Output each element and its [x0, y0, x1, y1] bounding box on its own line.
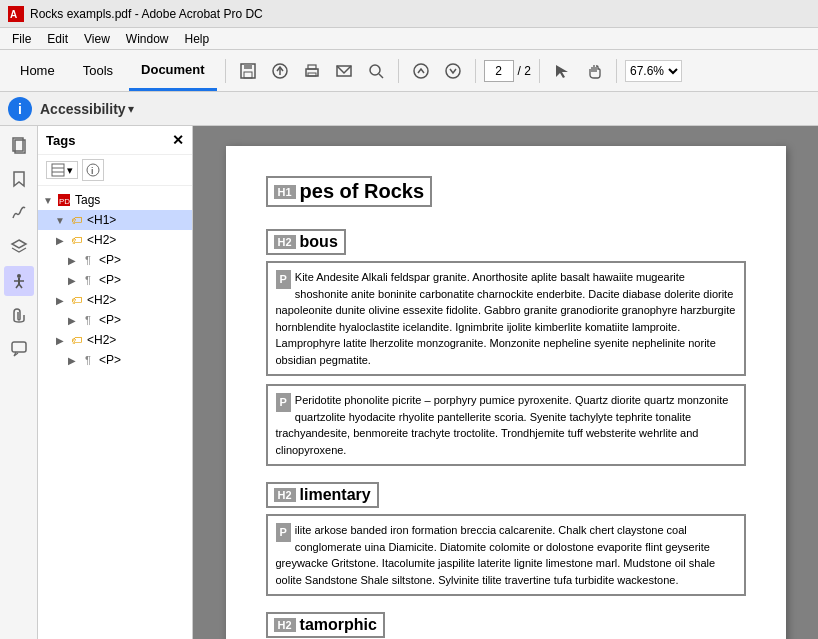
- tab-home[interactable]: Home: [8, 50, 67, 91]
- print-button[interactable]: [298, 57, 326, 85]
- svg-point-14: [446, 64, 460, 78]
- tree-h2-2[interactable]: ▶ 🏷 <H2>: [38, 290, 192, 310]
- section1: H2 bous P Kite Andesite Alkali feldspar …: [266, 229, 746, 466]
- tab-document[interactable]: Document: [129, 50, 217, 91]
- doc-h2-1-tag: H2: [274, 235, 296, 249]
- tree-expand-root[interactable]: ▼: [42, 194, 54, 206]
- tree-p-3[interactable]: ▶ ¶ <P>: [38, 310, 192, 330]
- tree-expand-p3[interactable]: ▶: [66, 314, 78, 326]
- sidebar-signatures-button[interactable]: [4, 198, 34, 228]
- svg-line-24: [19, 284, 22, 288]
- toolbar-separator-3: [475, 59, 476, 83]
- doc-p-3-box: P ilite arkose banded iron formation bre…: [266, 514, 746, 596]
- cursor-tool-button[interactable]: [548, 57, 576, 85]
- tree-root[interactable]: ▼ PDF Tags: [38, 190, 192, 210]
- svg-point-11: [370, 65, 380, 75]
- tag-type-button[interactable]: ▾: [46, 161, 78, 179]
- tree-expand-p1[interactable]: ▶: [66, 254, 78, 266]
- section3: H2 tamorphic P hracite amphibolite blues…: [266, 612, 746, 639]
- svg-rect-25: [12, 342, 26, 352]
- sidebar-icons: [0, 126, 38, 639]
- menu-help[interactable]: Help: [177, 32, 218, 46]
- tree-p-1-label: <P>: [99, 253, 121, 267]
- sidebar-comments-button[interactable]: [4, 334, 34, 364]
- upload-button[interactable]: [266, 57, 294, 85]
- sidebar-attachments-button[interactable]: [4, 300, 34, 330]
- doc-p-1-box: P Kite Andesite Alkali feldspar granite.…: [266, 261, 746, 376]
- search-button[interactable]: [362, 57, 390, 85]
- zoom-control: 67.6% 50% 75% 100% 125% 150%: [625, 60, 682, 82]
- section2: H2 limentary P ilite arkose banded iron …: [266, 482, 746, 596]
- doc-h2-2-box: H2 limentary: [266, 482, 379, 508]
- sidebar-accessibility-button[interactable]: [4, 266, 34, 296]
- tree-h1[interactable]: ▼ 🏷 <H1>: [38, 210, 192, 230]
- doc-h1-box: H1 pes of Rocks: [266, 176, 433, 207]
- tree-root-label: Tags: [75, 193, 100, 207]
- tree-p-3-label: <P>: [99, 313, 121, 327]
- doc-h2-2-tag: H2: [274, 488, 296, 502]
- svg-text:A: A: [10, 9, 17, 20]
- tree-expand-h2-1[interactable]: ▶: [54, 234, 66, 246]
- tag-type-dropdown-arrow: ▾: [67, 164, 73, 177]
- save-button[interactable]: [234, 57, 262, 85]
- tree-tag-icon-h2-3: 🏷: [68, 332, 84, 348]
- svg-rect-4: [244, 72, 252, 78]
- doc-p-1-tag: P: [276, 270, 291, 289]
- menu-window[interactable]: Window: [118, 32, 177, 46]
- tree-h2-1[interactable]: ▶ 🏷 <H2>: [38, 230, 192, 250]
- email-button[interactable]: [330, 57, 358, 85]
- tree-para-icon-3: ¶: [80, 312, 96, 328]
- menu-view[interactable]: View: [76, 32, 118, 46]
- tree-p-4[interactable]: ▶ ¶ <P>: [38, 350, 192, 370]
- tree-expand-p4[interactable]: ▶: [66, 354, 78, 366]
- tree-h2-3[interactable]: ▶ 🏷 <H2>: [38, 330, 192, 350]
- tree-p-2[interactable]: ▶ ¶ <P>: [38, 270, 192, 290]
- document-area[interactable]: H1 pes of Rocks H2 bous P Kite Andesite …: [193, 126, 818, 639]
- sidebar-pages-button[interactable]: [4, 130, 34, 160]
- accessibility-label[interactable]: Accessibility: [40, 101, 126, 117]
- tree-expand-h2-3[interactable]: ▶: [54, 334, 66, 346]
- tree-tag-icon-h1: 🏷: [68, 212, 84, 228]
- doc-p-3-text: ilite arkose banded iron formation brecc…: [276, 524, 716, 586]
- tree-expand-h1[interactable]: ▼: [54, 214, 66, 226]
- toolbar: Home Tools Document / 2: [0, 50, 818, 92]
- title-bar: A Rocks exampls.pdf - Adobe Acrobat Pro …: [0, 0, 818, 28]
- doc-h1-text: pes of Rocks: [300, 180, 424, 203]
- tags-close-button[interactable]: ✕: [172, 132, 184, 148]
- tags-panel: Tags ✕ ▾ i ▼ PDF Tags ▼ �: [38, 126, 193, 639]
- tree-expand-p2[interactable]: ▶: [66, 274, 78, 286]
- tree-h2-2-label: <H2>: [87, 293, 116, 307]
- scroll-up-button[interactable]: [407, 57, 435, 85]
- tree-tag-icon-h2-2: 🏷: [68, 292, 84, 308]
- sidebar-bookmarks-button[interactable]: [4, 164, 34, 194]
- svg-rect-26: [52, 164, 64, 176]
- tree-p-1[interactable]: ▶ ¶ <P>: [38, 250, 192, 270]
- tag-info-button[interactable]: i: [82, 159, 104, 181]
- doc-p-3-tag: P: [276, 523, 291, 542]
- doc-h2-1-box: H2 bous: [266, 229, 346, 255]
- tags-toolbar: ▾ i: [38, 155, 192, 186]
- svg-line-12: [379, 74, 383, 78]
- toolbar-separator-4: [539, 59, 540, 83]
- doc-h2-3-box: H2 tamorphic: [266, 612, 385, 638]
- doc-h2-1-text: bous: [300, 233, 338, 251]
- tree-p-4-label: <P>: [99, 353, 121, 367]
- tab-tools[interactable]: Tools: [71, 50, 125, 91]
- accessibility-dropdown-arrow[interactable]: ▾: [128, 102, 134, 116]
- doc-p-1-text: Kite Andesite Alkali feldspar granite. A…: [276, 271, 736, 366]
- tree-expand-h2-2[interactable]: ▶: [54, 294, 66, 306]
- doc-h2-2-text: limentary: [300, 486, 371, 504]
- menu-edit[interactable]: Edit: [39, 32, 76, 46]
- tree-tag-icon-h2-1: 🏷: [68, 232, 84, 248]
- svg-rect-9: [308, 73, 316, 76]
- scroll-down-button[interactable]: [439, 57, 467, 85]
- toolbar-separator-2: [398, 59, 399, 83]
- svg-marker-18: [14, 172, 24, 186]
- tree-pdf-icon: PDF: [56, 192, 72, 208]
- hand-tool-button[interactable]: [580, 57, 608, 85]
- svg-point-13: [414, 64, 428, 78]
- page-number-input[interactable]: [484, 60, 514, 82]
- sidebar-layers-button[interactable]: [4, 232, 34, 262]
- zoom-select[interactable]: 67.6% 50% 75% 100% 125% 150%: [625, 60, 682, 82]
- menu-file[interactable]: File: [4, 32, 39, 46]
